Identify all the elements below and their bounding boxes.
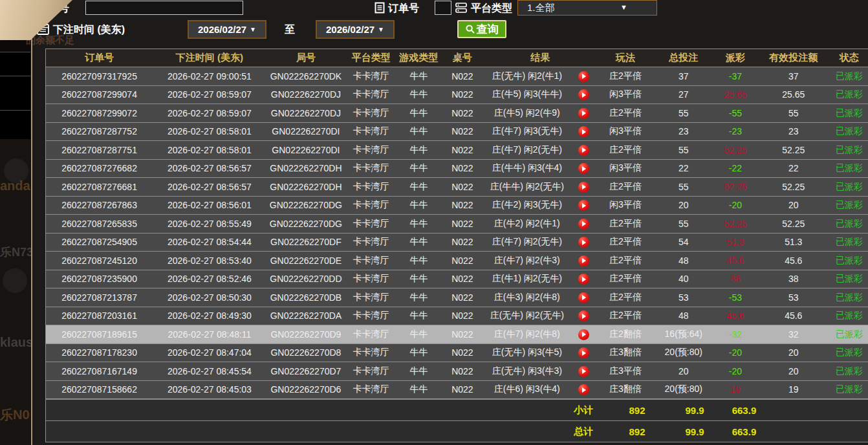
table-row[interactable]: 260227087245120 2026-02-27 08:53:40 GN02… <box>46 252 868 270</box>
cell-order: 260227087287751 <box>46 141 153 160</box>
cell-game-type: 牛牛 <box>396 288 441 307</box>
cell-result: 庄(牛2) 闲2(牛1) <box>484 215 570 233</box>
date-from-picker[interactable]: 2026/02/27 ▼ <box>188 20 266 39</box>
cell-play: 庄2平倍 <box>596 104 654 123</box>
cell-platform: 卡卡湾厅 <box>345 178 396 197</box>
table-row[interactable]: 260227087287751 2026-02-27 08:58:01 GN02… <box>46 141 868 160</box>
cell-game-type: 牛牛 <box>396 362 441 381</box>
col-platform: 平台类型 <box>345 49 396 67</box>
replay-icon[interactable] <box>578 145 589 156</box>
cell-round: GN022262270DI <box>266 141 345 160</box>
cell-payout: -20 <box>713 362 758 381</box>
cell-table-no: N022 <box>441 362 484 381</box>
status-badge: 已派彩 <box>829 380 868 399</box>
replay-icon[interactable] <box>578 292 589 303</box>
table-row[interactable]: 260227087267863 2026-02-27 08:56:01 GN02… <box>46 196 868 215</box>
order-number-input[interactable] <box>435 1 451 15</box>
cell-play: 庄2平倍 <box>596 252 654 270</box>
table-row[interactable]: 260227087276682 2026-02-27 08:56:57 GN02… <box>46 159 868 178</box>
cell-total-bet: 20(预:80) <box>655 343 713 362</box>
cell-order: 260227087254905 <box>46 233 153 252</box>
cell-total-bet: 27 <box>655 85 713 104</box>
replay-icon[interactable] <box>578 200 589 211</box>
platform-select[interactable]: 1.全部 ▼ <box>517 0 657 16</box>
table-row[interactable]: 260227097317925 2026-02-27 09:00:51 GN02… <box>46 67 868 86</box>
cell-bet-time: 2026-02-27 09:00:51 <box>153 67 266 86</box>
cell-play: 庄2平倍 <box>596 307 654 325</box>
replay-icon[interactable] <box>578 255 589 266</box>
table-row[interactable]: 260227087189615 2026-02-27 08:48:11 GN02… <box>46 325 868 344</box>
cell-valid-bet: 45.6 <box>758 307 829 325</box>
table-row[interactable]: 260227087265835 2026-02-27 08:55:49 GN02… <box>46 215 868 233</box>
table-row[interactable]: 260227087276681 2026-02-27 08:56:57 GN02… <box>46 178 868 197</box>
cell-game-type: 牛牛 <box>396 178 441 197</box>
cell-payout: -37 <box>713 67 758 86</box>
cell-payout: 52.25 <box>713 141 758 160</box>
cell-bet-time: 2026-02-27 08:54:44 <box>153 233 266 252</box>
table-row[interactable]: 260227087299072 2026-02-27 08:59:07 GN02… <box>46 104 868 123</box>
cell-platform: 卡卡湾厅 <box>345 288 396 307</box>
cell-total-bet: 55 <box>655 104 713 123</box>
replay-icon[interactable] <box>578 347 589 358</box>
total-row: 总计 892 99.9 663.9 <box>45 420 868 442</box>
cell-payout: -22 <box>713 159 758 178</box>
cell-replay <box>570 380 597 399</box>
replay-icon[interactable] <box>578 310 589 321</box>
replay-icon[interactable] <box>578 237 589 248</box>
replay-icon[interactable] <box>578 126 589 137</box>
table-row[interactable]: 260227087287752 2026-02-27 08:58:01 GN02… <box>46 122 868 141</box>
cell-round: GN022262270DJ <box>266 85 345 104</box>
table-row[interactable]: 260227087178230 2026-02-27 08:47:04 GN02… <box>46 343 868 362</box>
cell-game-type: 牛牛 <box>396 67 441 86</box>
cell-play: 庄3翻倍 <box>596 380 654 399</box>
replay-icon[interactable] <box>578 384 589 395</box>
replay-icon[interactable] <box>578 89 589 100</box>
cell-game-type: 牛牛 <box>396 196 441 215</box>
table-row[interactable]: 260227087299074 2026-02-27 08:59:07 GN02… <box>46 85 868 104</box>
status-badge: 已派彩 <box>829 159 868 178</box>
cell-order: 260227087178230 <box>46 343 153 362</box>
table-row[interactable]: 260227087235900 2026-02-27 08:52:46 GN02… <box>46 270 868 288</box>
cell-platform: 卡卡湾厅 <box>345 196 396 215</box>
table-row[interactable]: 260227087203161 2026-02-27 08:49:30 GN02… <box>46 307 868 325</box>
replay-icon[interactable] <box>578 108 589 119</box>
replay-icon[interactable] <box>578 366 589 377</box>
round-input[interactable] <box>85 1 243 15</box>
cell-round: GN022262270DK <box>266 67 345 86</box>
table-row[interactable]: 260227087213787 2026-02-27 08:50:30 GN02… <box>46 288 868 307</box>
cell-payout: 45.6 <box>713 252 758 270</box>
table-row[interactable]: 260227087167149 2026-02-27 08:45:54 GN02… <box>46 362 868 381</box>
cell-valid-bet: 32 <box>758 325 829 344</box>
replay-icon[interactable] <box>578 274 589 285</box>
cell-order: 260227087267863 <box>46 196 153 215</box>
cell-table-no: N022 <box>441 159 484 178</box>
cell-total-bet: 37 <box>655 67 713 86</box>
cell-bet-time: 2026-02-27 08:49:30 <box>153 307 266 325</box>
date-to-picker[interactable]: 2026/02/27 ▼ <box>316 20 395 39</box>
col-total-bet: 总投注 <box>655 49 713 67</box>
status-badge: 已派彩 <box>829 307 868 325</box>
cell-replay <box>570 159 597 178</box>
replay-icon[interactable] <box>578 219 589 230</box>
cell-play: 庄2平倍 <box>596 270 654 288</box>
cell-platform: 卡卡湾厅 <box>345 122 396 141</box>
cell-table-no: N022 <box>441 178 484 197</box>
cell-total-bet: 16(预:64) <box>655 325 713 344</box>
cell-bet-time: 2026-02-27 08:45:54 <box>153 362 266 381</box>
cell-bet-time: 2026-02-27 08:45:03 <box>153 380 266 399</box>
replay-icon[interactable] <box>578 329 589 340</box>
cell-order: 260227087158662 <box>46 380 153 399</box>
cell-bet-time: 2026-02-27 08:47:04 <box>153 343 266 362</box>
cell-valid-bet: 37 <box>758 67 829 86</box>
table-row[interactable]: 260227087158662 2026-02-27 08:45:03 GN02… <box>46 380 868 399</box>
replay-icon[interactable] <box>578 163 589 174</box>
cell-valid-bet: 25.65 <box>758 85 829 104</box>
col-payout: 派彩 <box>713 49 758 67</box>
cell-payout: 25.65 <box>713 85 758 104</box>
cell-platform: 卡卡湾厅 <box>345 343 396 362</box>
query-button[interactable]: 查询 <box>457 20 506 38</box>
replay-icon[interactable] <box>578 71 589 82</box>
table-row[interactable]: 260227087254905 2026-02-27 08:54:44 GN02… <box>46 233 868 252</box>
status-badge: 已派彩 <box>829 233 868 252</box>
replay-icon[interactable] <box>578 182 589 193</box>
